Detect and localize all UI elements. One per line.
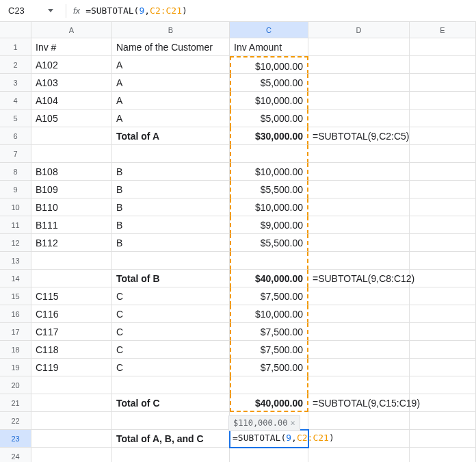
cell[interactable]: [410, 252, 476, 270]
cell[interactable]: [308, 38, 410, 56]
cell[interactable]: [308, 181, 410, 198]
row-header[interactable]: 12: [0, 234, 31, 252]
column-header-e[interactable]: E: [410, 22, 476, 38]
row-header[interactable]: 6: [0, 127, 31, 145]
cell[interactable]: [308, 198, 410, 216]
cell[interactable]: B: [112, 181, 230, 198]
cell[interactable]: [410, 287, 476, 305]
row-header[interactable]: 10: [0, 198, 31, 216]
cell[interactable]: [410, 198, 476, 216]
column-header-b[interactable]: B: [112, 22, 230, 38]
cell[interactable]: $10,000.00: [230, 92, 308, 110]
cell[interactable]: [308, 234, 410, 252]
cell[interactable]: $5,500.00: [230, 181, 308, 198]
cell[interactable]: A: [112, 56, 230, 74]
row-header[interactable]: 11: [0, 216, 31, 234]
cell[interactable]: A103: [31, 74, 112, 92]
cell[interactable]: Inv Amount: [230, 38, 308, 56]
cell[interactable]: [308, 110, 410, 127]
cell[interactable]: [308, 163, 410, 181]
cell[interactable]: [410, 216, 476, 234]
cell[interactable]: [410, 270, 476, 287]
cell[interactable]: [230, 376, 308, 394]
cell[interactable]: [410, 181, 476, 198]
cell[interactable]: [308, 145, 410, 163]
cell[interactable]: [31, 252, 112, 270]
cell[interactable]: C118: [31, 341, 112, 359]
cell[interactable]: C: [112, 323, 230, 341]
row-header[interactable]: 13: [0, 252, 31, 270]
cell[interactable]: [308, 341, 410, 359]
cell[interactable]: Total of A: [112, 127, 230, 145]
cell[interactable]: C: [112, 305, 230, 323]
cell[interactable]: C115: [31, 287, 112, 305]
cell[interactable]: [308, 92, 410, 110]
column-header-a[interactable]: A: [31, 22, 112, 38]
cell[interactable]: [308, 359, 410, 376]
cell[interactable]: C117: [31, 323, 112, 341]
cell[interactable]: $9,000.00: [230, 216, 308, 234]
cell[interactable]: [410, 74, 476, 92]
cell[interactable]: $5,000.00: [230, 110, 308, 127]
row-header[interactable]: 18: [0, 341, 31, 359]
row-header[interactable]: 23: [0, 430, 31, 448]
cell[interactable]: [410, 341, 476, 359]
cell[interactable]: C: [112, 341, 230, 359]
cell[interactable]: A: [112, 74, 230, 92]
cell[interactable]: [410, 127, 476, 145]
cell[interactable]: [112, 412, 230, 430]
cell[interactable]: $7,500.00: [230, 287, 308, 305]
cell[interactable]: $7,500.00: [230, 341, 308, 359]
cell[interactable]: [308, 287, 410, 305]
cell[interactable]: [410, 110, 476, 127]
cell[interactable]: $10,000.00: [230, 163, 308, 181]
close-icon[interactable]: ×: [290, 418, 295, 428]
cell[interactable]: [410, 145, 476, 163]
cell[interactable]: =SUBTOTAL(9,C15:C19): [308, 394, 410, 412]
column-header-c[interactable]: C: [230, 22, 308, 38]
cell[interactable]: [410, 359, 476, 376]
cell[interactable]: [308, 56, 410, 74]
cell[interactable]: [31, 270, 112, 287]
cell[interactable]: [308, 412, 410, 430]
cell[interactable]: $10,000.00: [230, 305, 308, 323]
cell[interactable]: B: [112, 198, 230, 216]
cell[interactable]: [410, 56, 476, 74]
cell[interactable]: [410, 92, 476, 110]
cell[interactable]: [308, 376, 410, 394]
cell[interactable]: $40,000.00: [230, 270, 308, 287]
cell[interactable]: Inv #: [31, 38, 112, 56]
cell[interactable]: [31, 394, 112, 412]
formula-input[interactable]: =SUBTOTAL(9,C2:C21): [85, 5, 187, 16]
cell[interactable]: [308, 74, 410, 92]
cell[interactable]: [31, 145, 112, 163]
cell[interactable]: B112: [31, 234, 112, 252]
cell[interactable]: $7,500.00: [230, 359, 308, 376]
cell[interactable]: [410, 412, 476, 430]
cell[interactable]: C: [112, 287, 230, 305]
cell[interactable]: Name of the Customer: [112, 38, 230, 56]
cell[interactable]: B111: [31, 216, 112, 234]
cell[interactable]: [410, 376, 476, 394]
row-header[interactable]: 16: [0, 305, 31, 323]
select-all-corner[interactable]: [0, 22, 31, 38]
cell[interactable]: [31, 127, 112, 145]
cell[interactable]: B110: [31, 198, 112, 216]
cell[interactable]: [112, 448, 230, 462]
cell[interactable]: $10,000.00: [230, 198, 308, 216]
row-header[interactable]: 22: [0, 412, 31, 430]
name-box-dropdown-icon[interactable]: [48, 9, 53, 12]
cell[interactable]: B: [112, 216, 230, 234]
row-header[interactable]: 21: [0, 394, 31, 412]
row-header[interactable]: 4: [0, 92, 31, 110]
row-header[interactable]: 7: [0, 145, 31, 163]
cell[interactable]: B: [112, 234, 230, 252]
row-header[interactable]: 15: [0, 287, 31, 305]
spreadsheet-grid[interactable]: ABCDE1Inv #Name of the CustomerInv Amoun…: [0, 22, 476, 462]
row-header[interactable]: 2: [0, 56, 31, 74]
cell[interactable]: [410, 234, 476, 252]
cell[interactable]: [31, 430, 112, 448]
row-header[interactable]: 17: [0, 323, 31, 341]
cell[interactable]: A: [112, 92, 230, 110]
cell[interactable]: [410, 323, 476, 341]
